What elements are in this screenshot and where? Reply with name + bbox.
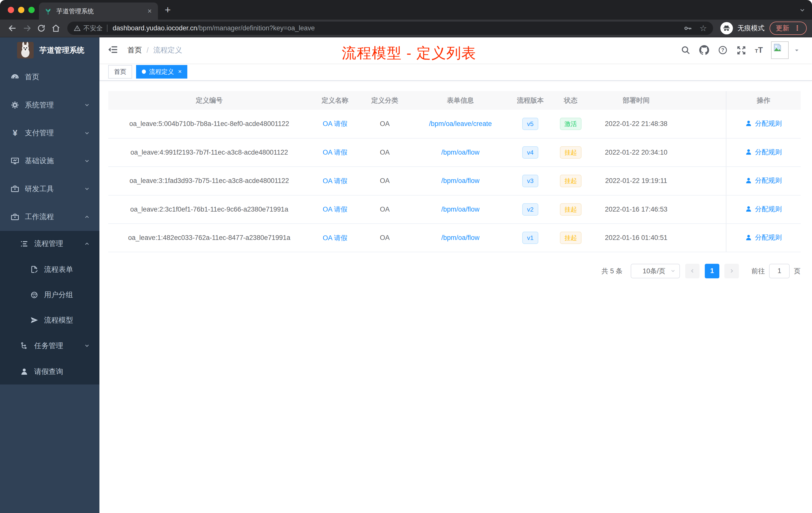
top-navbar: 首页 / 流程定义 流程模型 - 定义列表 ? <box>99 37 812 63</box>
tag-close-icon[interactable]: × <box>178 68 181 75</box>
sidebar-item-task-mgmt[interactable]: 任务管理 <box>0 333 99 359</box>
list-icon <box>20 239 29 248</box>
sidebar-item-process-form[interactable]: 流程表单 <box>0 257 99 282</box>
goto-page: 前往 页 <box>752 264 801 278</box>
version-badge: v3 <box>522 175 538 187</box>
definition-category: OA <box>360 110 409 138</box>
definition-name-link[interactable]: OA 请假 <box>323 149 347 156</box>
prev-page-button[interactable] <box>685 264 700 278</box>
sidebar-logo[interactable]: 芋道管理系统 <box>0 37 99 63</box>
forward-icon[interactable] <box>20 21 34 36</box>
form-link[interactable]: /bpm/oa/flow <box>441 149 480 156</box>
back-icon[interactable] <box>5 21 20 36</box>
definition-name-link[interactable]: OA 请假 <box>323 120 347 127</box>
definition-name-link[interactable]: OA 请假 <box>323 177 347 185</box>
sidebar-item-label: 首页 <box>25 72 39 82</box>
home-icon[interactable] <box>49 21 63 36</box>
goto-label: 前往 <box>752 267 765 276</box>
form-link[interactable]: /bpm/oa/flow <box>441 234 480 241</box>
sidebar-item-workflow[interactable]: 工作流程 <box>0 203 99 231</box>
sidebar-item-home[interactable]: 首页 <box>0 63 99 91</box>
form-link[interactable]: /bpm/oa/flow <box>441 206 480 213</box>
next-page-button[interactable] <box>724 264 739 278</box>
definition-name-link[interactable]: OA 请假 <box>323 206 347 213</box>
github-icon[interactable] <box>699 45 709 55</box>
avatar[interactable] <box>771 41 789 59</box>
assign-rule-button[interactable]: 分配规则 <box>745 176 782 185</box>
browser-menu-dots-icon[interactable]: ⋮ <box>794 24 801 32</box>
page-size-select[interactable]: 10条/页 <box>631 264 680 278</box>
sidebar-item-leave-query[interactable]: 请假查询 <box>0 359 99 385</box>
sidebar-item-infra[interactable]: 基础设施 <box>0 147 99 175</box>
tag-label: 首页 <box>114 67 126 76</box>
col-spacer <box>680 91 726 110</box>
tag-process-definition[interactable]: 流程定义 × <box>136 65 187 79</box>
sidebar-item-process-model[interactable]: 流程模型 <box>0 307 99 333</box>
status-badge: 挂起 <box>560 232 582 244</box>
breadcrumb-home[interactable]: 首页 <box>127 45 142 55</box>
tab-search-chevron-icon[interactable] <box>799 7 806 13</box>
sidebar-item-devtools[interactable]: 研发工具 <box>0 175 99 203</box>
new-tab-button[interactable]: + <box>165 4 171 16</box>
breadcrumb: 首页 / 流程定义 <box>127 45 182 55</box>
chevron-down-icon <box>84 342 90 349</box>
close-window-button[interactable] <box>8 7 14 13</box>
page-unit-label: 页 <box>794 267 801 276</box>
assign-rule-button[interactable]: 分配规则 <box>745 205 782 214</box>
sidebar-item-label: 流程表单 <box>44 265 73 275</box>
sidebar-collapse-icon[interactable] <box>108 44 119 56</box>
assign-rule-button[interactable]: 分配规则 <box>745 233 782 242</box>
table-row: oa_leave:1:482ec033-762a-11ec-8477-a2380… <box>108 223 801 252</box>
update-button[interactable]: 更新 ⋮ <box>770 22 807 35</box>
incognito-label: 无痕模式 <box>737 24 764 33</box>
chevron-down-icon <box>84 158 90 164</box>
tag-home[interactable]: 首页 <box>108 65 132 79</box>
status-badge: 激活 <box>560 118 582 130</box>
col-status: 状态 <box>549 91 592 110</box>
reload-icon[interactable] <box>34 21 49 36</box>
window-controls <box>8 7 35 13</box>
security-label[interactable]: 不安全 <box>83 24 103 33</box>
dashboard-icon <box>10 72 20 82</box>
update-label[interactable]: 更新 <box>776 24 789 33</box>
form-edit-icon <box>30 265 39 274</box>
form-link[interactable]: /bpm/oa/leave/create <box>429 120 492 127</box>
sidebar: 芋道管理系统 首页 系统管理 <box>0 37 99 513</box>
navbar-actions: ? TT <box>680 41 800 59</box>
key-icon[interactable] <box>684 24 692 33</box>
sidebar-item-process-mgmt[interactable]: 流程管理 <box>0 231 99 257</box>
definition-category: OA <box>360 138 409 167</box>
definition-id: oa_leave:4:991f2193-7b7f-11ec-a3c8-acde4… <box>108 138 310 167</box>
assign-rule-button[interactable]: 分配规则 <box>745 119 782 128</box>
security-warning-icon[interactable] <box>74 25 81 32</box>
font-size-icon[interactable]: TT <box>755 47 763 54</box>
tab-close-icon[interactable]: × <box>146 7 153 15</box>
goto-page-input[interactable] <box>769 264 790 278</box>
bookmark-star-icon[interactable]: ☆ <box>699 23 707 33</box>
sidebar-item-user-group[interactable]: 用户分组 <box>0 282 99 307</box>
app-main: 芋道管理系统 首页 系统管理 <box>0 37 812 513</box>
sidebar-item-payment[interactable]: ¥ 支付管理 <box>0 119 99 147</box>
status-badge: 挂起 <box>560 146 582 159</box>
browser-toolbar: 不安全 dashboard.yudao.iocoder.cn /bpm/mana… <box>0 20 812 37</box>
assign-rule-button[interactable]: 分配规则 <box>745 148 782 157</box>
help-icon[interactable]: ? <box>718 45 728 55</box>
form-link[interactable]: /bpm/oa/flow <box>441 177 480 184</box>
table-row: oa_leave:5:004b710b-7b8a-11ec-8ef0-acde4… <box>108 110 801 138</box>
browser-tab[interactable]: 芋道管理系统 × <box>39 2 158 20</box>
version-badge: v2 <box>522 203 538 216</box>
content-area: 首页 / 流程定义 流程模型 - 定义列表 ? <box>99 37 812 513</box>
address-bar[interactable]: 不安全 dashboard.yudao.iocoder.cn /bpm/mana… <box>67 22 713 35</box>
status-badge: 挂起 <box>560 203 582 216</box>
zoom-window-button[interactable] <box>28 7 35 13</box>
current-page-button[interactable]: 1 <box>705 264 719 278</box>
fullscreen-icon[interactable] <box>736 45 747 55</box>
svg-text:?: ? <box>721 48 724 53</box>
avatar-caret-icon[interactable] <box>794 48 800 53</box>
search-icon[interactable] <box>680 45 691 55</box>
version-badge: v1 <box>522 232 538 244</box>
definition-name-link[interactable]: OA 请假 <box>323 234 347 242</box>
minimize-window-button[interactable] <box>18 7 24 13</box>
sidebar-item-system[interactable]: 系统管理 <box>0 91 99 119</box>
definition-id: oa_leave:2:3c1f0ef1-76b1-11ec-9c66-a2380… <box>108 195 310 223</box>
